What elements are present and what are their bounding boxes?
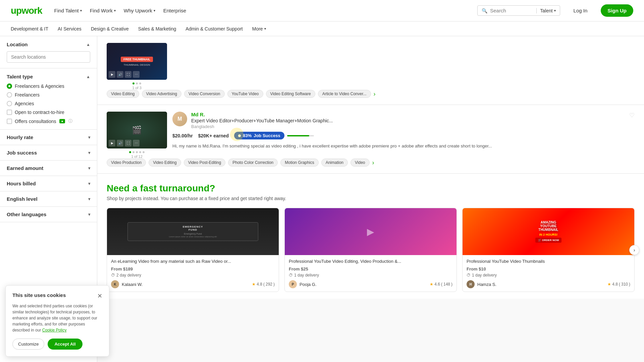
tag-youtube-video[interactable]: YouTube Video [227, 90, 263, 98]
author-name-2: Hamza S. [477, 282, 496, 287]
tag-article-to-video[interactable]: Article to Video Conver... [318, 90, 371, 98]
cat-admin-support[interactable]: Admin & Customer Support [185, 25, 243, 33]
chevron-down-icon: ▾ [88, 135, 90, 140]
volume-icon[interactable]: 🔊 [117, 71, 123, 78]
location-filter-header[interactable]: Location ▲ [7, 42, 90, 47]
accept-all-button[interactable]: Accept All [48, 339, 82, 350]
video-thumbnail-2[interactable]: 🎬 ▶ 🔊 ⛶ ⋯ [107, 112, 167, 148]
chevron-up-icon: ▲ [86, 74, 90, 79]
upwork-logo[interactable]: upwork [11, 5, 42, 16]
author-name-1: Pooja G. [300, 282, 317, 287]
cookie-close-button[interactable]: ✕ [97, 292, 102, 300]
chevron-down-icon: ▾ [88, 197, 90, 201]
tag-video-editing[interactable]: Video Editing [107, 90, 139, 98]
checkbox-offers-consultations[interactable]: Offers consultations ● ⓘ [7, 118, 90, 124]
tags-more-icon[interactable]: › [374, 90, 376, 98]
hourly-rate-filter[interactable]: Hourly rate ▾ [0, 130, 97, 145]
radio-agencies[interactable]: Agencies [7, 101, 90, 106]
talent-type-header[interactable]: Talent type ▲ [7, 74, 90, 79]
consultations-badge: ● [59, 119, 65, 123]
earned-amount-filter[interactable]: Earned amount ▾ [0, 161, 97, 176]
dot-5 [143, 151, 145, 153]
author-avatar-0: K [111, 280, 119, 288]
pagination-label-first: 1 of 3 [132, 86, 142, 90]
cat-ai-services[interactable]: AI Services [58, 25, 82, 33]
pagination-dots-2 [129, 151, 145, 153]
radio-freelancers[interactable]: Freelancers [7, 92, 90, 98]
play-icon[interactable]: ▶ [109, 71, 115, 78]
hours-billed-filter[interactable]: Hours billed ▾ [0, 176, 97, 191]
project-title-0: An eLearning Video from any material suc… [111, 258, 275, 264]
dot-2 [136, 82, 138, 84]
tag-motion-graphics[interactable]: Motion Graphics [280, 159, 318, 167]
english-level-filter[interactable]: English level ▾ [0, 191, 97, 207]
tag-video-conversion[interactable]: Video Conversion [184, 90, 225, 98]
cat-more[interactable]: More ▾ [252, 25, 266, 33]
main-content: FREE THUMBNAIL THUMBNAIL DESIGN ▶ 🔊 ⛶ ⋯ [97, 36, 644, 362]
checkbox-indicator [7, 110, 12, 115]
wishlist-icon[interactable]: ♡ [629, 112, 635, 119]
radio-freelancers-agencies[interactable]: Freelancers & Agencies [7, 83, 90, 89]
cookie-title: This site uses cookies [12, 292, 66, 298]
tag-video[interactable]: Video [351, 159, 369, 167]
project-image-2: AMAZINGYOUTUBETHUMBNAIL IN 2 HOURS! 🛒 OR… [463, 208, 634, 255]
search-locations-input[interactable] [7, 51, 90, 63]
play-icon[interactable]: ▶ [109, 140, 115, 146]
cat-design-creative[interactable]: Design & Creative [91, 25, 129, 33]
video-thumbnail[interactable]: FREE THUMBNAIL THUMBNAIL DESIGN ▶ 🔊 ⛶ ⋯ [107, 43, 167, 80]
project-card-info-0: An eLearning Video from any material suc… [107, 255, 279, 292]
search-input[interactable] [490, 8, 534, 13]
project-author-0: K Kalaani W. ★ 4.8 (292) [111, 280, 275, 288]
nav-enterprise[interactable]: Enterprise [163, 8, 186, 13]
nav-find-work[interactable]: Find Work ▾ [90, 8, 116, 13]
talent-selector[interactable]: Talent ▾ [536, 8, 555, 13]
project-card-1[interactable]: ▶ Professional YouTube Video Editing, Vi… [284, 208, 457, 292]
project-card-info-2: Professional YouTube Video Thumbnails Fr… [463, 255, 634, 292]
chevron-down-icon: ▾ [264, 27, 266, 31]
search-icon: 🔍 [482, 8, 487, 13]
chevron-down-icon: ▾ [114, 9, 116, 12]
other-languages-filter[interactable]: Other languages ▾ [0, 207, 97, 222]
signup-button[interactable]: Sign Up [601, 4, 633, 17]
tags-scroll-right[interactable]: › [372, 159, 374, 166]
project-from-2: From $10 [467, 266, 630, 272]
cat-development-it[interactable]: Development & IT [11, 25, 48, 33]
more-icon[interactable]: ⋯ [133, 140, 140, 146]
volume-icon[interactable]: 🔊 [117, 140, 123, 146]
video-icon: ▶ [367, 226, 374, 237]
fullscreen-icon[interactable]: ⛶ [125, 140, 131, 146]
tag-video-production[interactable]: Video Production [107, 159, 146, 167]
project-thumb-content: EMERGENCY FUND Emergency Fund Lorem ipsu… [127, 222, 258, 241]
more-icon[interactable]: ⋯ [133, 71, 140, 78]
tag-animation[interactable]: Animation [321, 159, 348, 167]
fullscreen-icon[interactable]: ⛶ [125, 71, 131, 78]
chevron-down-icon: ▾ [80, 9, 82, 12]
project-card-info-1: Professional YouTube Video Editing, Vide… [285, 255, 457, 292]
customize-button[interactable]: Customize [12, 339, 44, 350]
freelancer-title: Expert Video Editor+Producer+YouTube Man… [191, 118, 625, 123]
project-from-0: From $189 [111, 266, 275, 272]
project-card-2[interactable]: AMAZINGYOUTUBETHUMBNAIL IN 2 HOURS! 🛒 OR… [462, 208, 635, 292]
tag-video-editing-software[interactable]: Video Editing Software [266, 90, 315, 98]
projects-next-arrow[interactable]: › [629, 245, 639, 255]
checkbox-contract-to-hire[interactable]: Open to contract-to-hire [7, 110, 90, 115]
project-card-0[interactable]: EMERGENCY FUND Emergency Fund Lorem ipsu… [107, 208, 279, 292]
login-button[interactable]: Log In [568, 5, 593, 16]
turnaround-section: Need a fast turnaround? Shop by projects… [97, 174, 644, 299]
freelancer-name[interactable]: Md R. [191, 112, 625, 117]
turnaround-title: Need a fast turnaround? [107, 183, 635, 194]
nav-why-upwork[interactable]: Why Upwork ▾ [124, 8, 155, 13]
cookie-policy-link[interactable]: Cookie Policy [42, 328, 67, 333]
cat-sales-marketing[interactable]: Sales & Marketing [138, 25, 176, 33]
tag-video-advertising[interactable]: Video Advertising [142, 90, 182, 98]
first-card-tags: Video Editing Video Advertising Video Co… [107, 90, 635, 98]
nav-find-talent[interactable]: Find Talent ▾ [54, 8, 82, 13]
dot-4 [139, 151, 141, 153]
job-success-filter[interactable]: Job success ▾ [0, 145, 97, 161]
tag-photo-color[interactable]: Photo Color Correction [228, 159, 278, 167]
location-filter: Location ▲ [0, 36, 97, 68]
project-image-0: EMERGENCY FUND Emergency Fund Lorem ipsu… [107, 208, 279, 255]
freelancer-card-0: FREE THUMBNAIL THUMBNAIL DESIGN ▶ 🔊 ⛶ ⋯ [97, 36, 644, 105]
tag-video-post-editing[interactable]: Video Post-Editing [184, 159, 226, 167]
tag-video-editing[interactable]: Video Editing [149, 159, 181, 167]
